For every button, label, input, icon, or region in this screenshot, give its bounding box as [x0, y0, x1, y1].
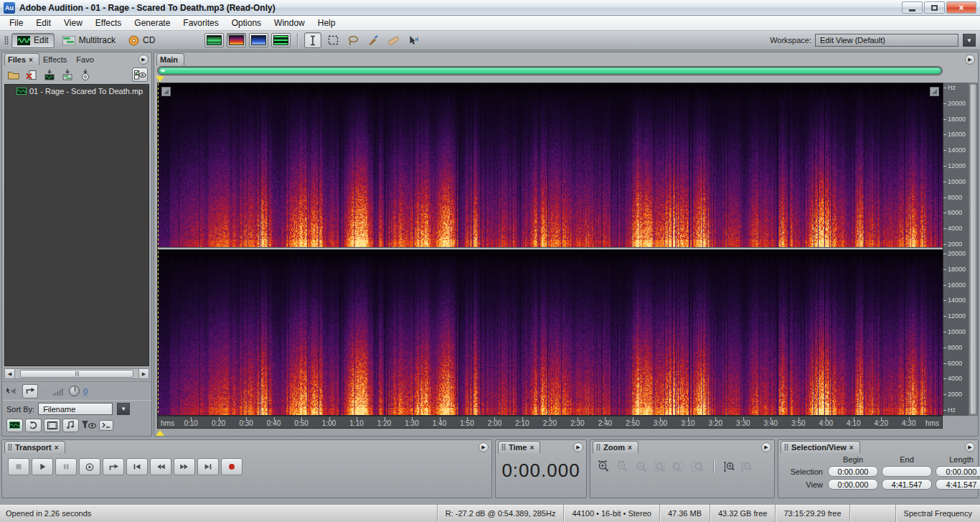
- record-button[interactable]: [221, 458, 242, 475]
- zoom-out-full-button[interactable]: [635, 460, 648, 473]
- zoom-in-left-edge-button[interactable]: [672, 460, 685, 473]
- view-begin-field[interactable]: 0:00.000: [828, 479, 878, 490]
- workspace-select[interactable]: Edit View (Default): [815, 34, 958, 47]
- zoom-out-vertically-button[interactable]: [740, 460, 752, 473]
- menu-item[interactable]: View: [57, 16, 89, 30]
- spot-healing-brush-tool-button[interactable]: [385, 32, 402, 48]
- selection-end-field[interactable]: [882, 466, 932, 477]
- close-button[interactable]: ×: [946, 1, 976, 14]
- menu-item[interactable]: File: [3, 16, 29, 30]
- tab-favorites[interactable]: Favo: [73, 53, 99, 65]
- tab-selection-view[interactable]: Selection/View ×: [781, 441, 860, 453]
- filter-display-icon[interactable]: [81, 420, 97, 430]
- zoom-in-horizontally-button[interactable]: [598, 460, 611, 473]
- tab-close-icon[interactable]: ×: [849, 444, 854, 452]
- multitrack-view-button[interactable]: Multitrack: [57, 33, 121, 48]
- cd-view-button[interactable]: CD: [123, 33, 160, 48]
- show-audio-files-button[interactable]: [6, 419, 23, 432]
- show-midi-files-button[interactable]: [62, 419, 79, 432]
- time-ruler[interactable]: hms 0:100:200:300:400:501:001:101:201:30…: [157, 416, 943, 429]
- selection-view-panel-menu-icon[interactable]: ▶: [965, 442, 975, 452]
- spectrogram-canvas[interactable]: [158, 83, 943, 415]
- scrollbar-thumb[interactable]: [20, 370, 133, 378]
- selection-begin-field[interactable]: 0:00.000: [828, 466, 878, 477]
- tab-close-icon[interactable]: ×: [529, 444, 534, 452]
- menu-item[interactable]: Help: [311, 16, 342, 30]
- transport-panel-menu-icon[interactable]: ▶: [479, 442, 489, 452]
- frequency-axis[interactable]: Hz 2000018000160001400012000100008000600…: [943, 83, 969, 416]
- tab-close-icon[interactable]: ×: [29, 56, 33, 64]
- top-marker-strip[interactable]: [157, 76, 943, 83]
- insert-into-cd-button[interactable]: [77, 67, 93, 82]
- playhead-marker-top[interactable]: [156, 76, 164, 82]
- zoom-in-vertically-button[interactable]: [723, 460, 735, 473]
- sort-by-select[interactable]: Filename: [38, 403, 113, 415]
- pan-handle-top-right[interactable]: [930, 87, 939, 96]
- tab-close-icon[interactable]: ×: [628, 444, 632, 452]
- tab-files[interactable]: Files ×: [4, 53, 39, 65]
- view-length-field[interactable]: 4:41.547: [936, 479, 980, 490]
- play-preview-icon[interactable]: [42, 387, 49, 395]
- rewind-button[interactable]: [150, 458, 171, 475]
- show-loop-files-button[interactable]: [25, 419, 42, 432]
- menu-item[interactable]: Options: [225, 16, 268, 30]
- spectral-phase-view-button[interactable]: [271, 33, 291, 47]
- panel-grip[interactable]: [784, 444, 788, 451]
- panel-grip[interactable]: [596, 444, 600, 451]
- file-list-item[interactable]: 01 - Rage - Scared To Death.mp: [5, 85, 149, 95]
- files-horizontal-scrollbar[interactable]: ◀ ▶: [4, 368, 149, 379]
- panel-grip[interactable]: [501, 444, 506, 451]
- tab-close-icon[interactable]: ×: [55, 444, 59, 452]
- view-end-field[interactable]: 4:41.547: [882, 479, 932, 490]
- marquee-selection-tool-button[interactable]: [324, 32, 341, 48]
- show-options-button[interactable]: [132, 67, 148, 82]
- files-panel-menu-icon[interactable]: ▶: [138, 55, 149, 65]
- show-full-paths-button[interactable]: [99, 420, 113, 431]
- insert-into-multitrack-button[interactable]: [60, 67, 75, 82]
- tab-effects[interactable]: Effects: [40, 53, 72, 65]
- tab-zoom[interactable]: Zoom ×: [593, 441, 639, 453]
- spectral-frequency-view-button[interactable]: [227, 33, 246, 47]
- zoom-out-horizontally-button[interactable]: [616, 460, 629, 473]
- close-file-button[interactable]: [24, 67, 39, 82]
- scrub-tool-button[interactable]: [405, 32, 422, 48]
- time-display[interactable]: 0:00.000: [496, 453, 586, 482]
- volume-value[interactable]: 0: [83, 387, 88, 396]
- scrollbar-track[interactable]: [15, 368, 138, 379]
- tab-time[interactable]: Time ×: [498, 441, 540, 453]
- menu-item[interactable]: Effects: [89, 16, 128, 30]
- minimize-button[interactable]: [902, 1, 923, 14]
- menu-item[interactable]: Favorites: [176, 16, 225, 30]
- menu-item[interactable]: Generate: [128, 16, 176, 30]
- scroll-left-icon[interactable]: ◀: [4, 368, 15, 379]
- play-looped-button[interactable]: [103, 458, 124, 475]
- selection-length-field[interactable]: 0:00.000: [936, 466, 980, 477]
- main-panel-menu-icon[interactable]: ▶: [965, 55, 975, 65]
- overview-scrollbar-thumb[interactable]: [159, 67, 941, 74]
- zoom-to-selection-button[interactable]: [654, 460, 666, 473]
- import-file-button[interactable]: [42, 67, 57, 82]
- play-spooled-button[interactable]: [79, 458, 100, 475]
- show-video-files-button[interactable]: [44, 419, 60, 432]
- volume-knob[interactable]: [69, 386, 80, 396]
- toolbar-grip[interactable]: [4, 36, 9, 45]
- time-selection-tool-button[interactable]: [304, 32, 321, 48]
- loop-preview-button[interactable]: [22, 384, 38, 399]
- auto-play-icon[interactable]: [6, 386, 19, 396]
- menu-item[interactable]: Window: [268, 16, 311, 30]
- zoom-in-right-edge-button[interactable]: [691, 460, 704, 473]
- go-to-beginning-button[interactable]: [126, 458, 148, 475]
- bottom-marker-strip[interactable]: [157, 429, 943, 436]
- pan-handle-top-left[interactable]: [161, 87, 171, 96]
- lasso-selection-tool-button[interactable]: [344, 32, 362, 48]
- tab-main[interactable]: Main: [156, 53, 184, 65]
- open-file-button[interactable]: [6, 67, 22, 82]
- menu-item[interactable]: Edit: [29, 16, 57, 30]
- fast-forward-button[interactable]: [174, 458, 195, 475]
- edit-view-button[interactable]: Edit: [11, 33, 55, 48]
- timeline-overview-scrollbar[interactable]: [157, 66, 943, 75]
- vertical-zoom-scrollbar[interactable]: [969, 83, 978, 416]
- panel-grip[interactable]: [8, 444, 12, 451]
- time-panel-menu-icon[interactable]: ▶: [573, 442, 583, 452]
- stop-button[interactable]: [8, 458, 29, 475]
